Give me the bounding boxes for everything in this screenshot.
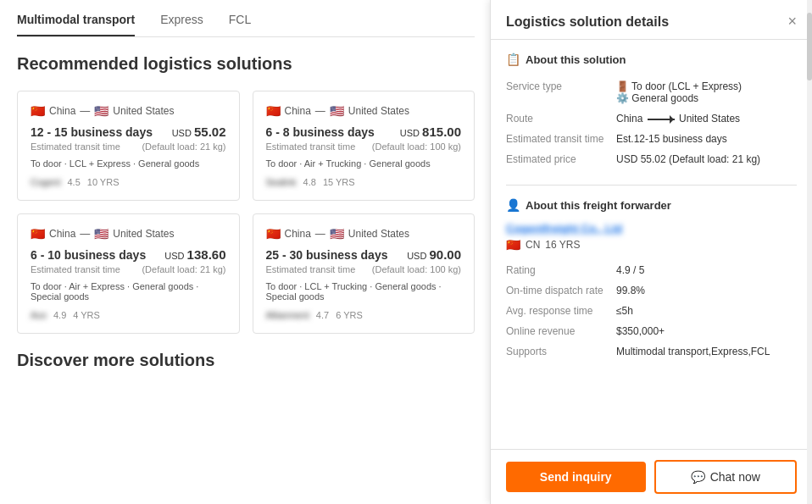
tab-express[interactable]: Express [160, 13, 203, 36]
tab-fcl[interactable]: FCL [229, 13, 251, 36]
route-arrow-line [648, 119, 675, 120]
card-1-from: China [49, 105, 75, 117]
card-1-company: Cogent [31, 177, 60, 187]
china-flag-icon: 🇨🇳 [31, 104, 45, 118]
scrollbar-thumb[interactable] [807, 13, 812, 80]
scrollbar-track [807, 0, 812, 504]
card-1-transit: Estimated transit time (Default load: 21… [31, 141, 226, 152]
card-2-company: Sealink [266, 177, 297, 187]
about-forwarder-header: 👤 About this freight forwarder [506, 198, 797, 212]
card-3-days: 6 - 10 business days [31, 248, 146, 262]
route-key: Route [506, 108, 616, 129]
forwarder-icon: 👤 [506, 198, 520, 212]
card-3-service: To door · Air + Express · General goods … [31, 281, 226, 302]
card-3-footer: Ace 4.9 4 YRS [31, 310, 226, 320]
china-flag-3-icon: 🇨🇳 [31, 227, 45, 241]
card-1-rating: 4.5 [67, 177, 80, 187]
card-2-footer: Sealink 4.8 15 YRS [266, 177, 462, 187]
card-2-days: 6 - 8 business days [266, 125, 375, 139]
dispatch-row: On-time dispatch rate 99.8% [506, 280, 797, 301]
transit-time-row: Estimated transit time Est.12-15 busines… [506, 129, 797, 149]
revenue-row: Online revenue $350,000+ [506, 321, 797, 341]
about-forwarder-label: About this freight forwarder [526, 199, 671, 212]
solution-icon: 📋 [506, 53, 520, 66]
main-content: Multimodal transport Express FCL Recomme… [0, 0, 492, 504]
card-2-yrs: 15 YRS [323, 177, 355, 187]
card-4-price-row: 25 - 30 business days USD 90.00 [266, 247, 462, 262]
card-1-service: To door · LCL + Express · General goods [31, 158, 226, 169]
us-flag-2-icon: 🇺🇸 [330, 104, 344, 118]
cn-flag-icon: 🇨🇳 [506, 238, 520, 252]
card-4-days: 25 - 30 business days [266, 248, 388, 262]
card-2-from: China [285, 105, 311, 117]
card-2-to: United States [348, 105, 409, 117]
card-4-company: Allianment [266, 310, 309, 320]
us-flag-4-icon: 🇺🇸 [330, 227, 344, 241]
about-solution-header: 📋 About this solution [506, 53, 797, 66]
card-3-transit: Estimated transit time (Default load: 21… [31, 264, 226, 274]
route-row: Route China United States [506, 108, 797, 129]
card-1-to: United States [113, 105, 174, 117]
card-4-from: China [285, 228, 311, 240]
cards-grid: 🇨🇳 China — 🇺🇸 United States 12 - 15 busi… [17, 91, 475, 334]
card-3-to: United States [113, 228, 174, 240]
supports-row: Supports Multimodal transport,Express,FC… [506, 341, 797, 362]
card-3-route: 🇨🇳 China — 🇺🇸 United States [31, 227, 226, 241]
dispatch-key: On-time dispatch rate [506, 280, 616, 301]
card-2-transit: Estimated transit time (Default load: 10… [266, 141, 462, 152]
chat-label: Chat now [710, 470, 760, 484]
rating-row: Rating 4.9 / 5 [506, 260, 797, 280]
close-button[interactable]: × [787, 13, 797, 30]
discover-title: Discover more solutions [17, 351, 475, 370]
card-2-service: To door · Air + Trucking · General goods [266, 158, 462, 169]
solution-info-table: Service type 🚪 To door (LCL + Express) ⚙… [506, 76, 797, 169]
est-price-value: USD 55.02 (Default load: 21 kg) [616, 149, 797, 169]
logistics-card-3[interactable]: 🇨🇳 China — 🇺🇸 United States 6 - 10 busin… [17, 213, 240, 334]
card-2-rating: 4.8 [303, 177, 316, 187]
forwarder-info-table: Rating 4.9 / 5 On-time dispatch rate 99.… [506, 260, 797, 362]
us-flag-icon: 🇺🇸 [94, 104, 108, 118]
card-4-route: 🇨🇳 China — 🇺🇸 United States [266, 227, 462, 241]
about-solution-label: About this solution [526, 53, 626, 66]
est-price-row: Estimated price USD 55.02 (Default load:… [506, 149, 797, 169]
panel-divider [506, 185, 797, 186]
send-inquiry-button[interactable]: Send inquiry [506, 462, 646, 492]
card-4-to: United States [348, 228, 409, 240]
us-flag-3-icon: 🇺🇸 [94, 227, 108, 241]
card-1-route: 🇨🇳 China — 🇺🇸 United States [31, 104, 226, 118]
card-4-footer: Allianment 4.7 6 YRS [266, 310, 462, 320]
card-1-price: USD 55.02 [172, 125, 226, 139]
card-2-price: USD 815.00 [400, 125, 461, 139]
response-value: ≤5h [616, 301, 797, 321]
panel-header: Logistics solution details × [491, 0, 812, 40]
card-3-from: China [49, 228, 75, 240]
panel-body: 📋 About this solution Service type 🚪 To … [491, 40, 812, 449]
service-type-row: Service type 🚪 To door (LCL + Express) ⚙… [506, 76, 797, 108]
supports-key: Supports [506, 341, 616, 362]
panel-title: Logistics solution details [506, 14, 669, 30]
chat-icon: 💬 [691, 470, 705, 484]
card-1-yrs: 10 YRS [87, 177, 120, 187]
card-4-service: To door · LCL + Trucking · General goods… [266, 281, 462, 302]
panel-footer: Send inquiry 💬 Chat now [491, 449, 812, 504]
card-3-price-row: 6 - 10 business days USD 138.60 [31, 247, 226, 262]
route-arrow-head [670, 115, 678, 124]
logistics-card-1[interactable]: 🇨🇳 China — 🇺🇸 United States 12 - 15 busi… [17, 91, 240, 201]
forwarder-meta: 🇨🇳 CN 16 YRS [506, 238, 797, 252]
card-3-rating: 4.9 [53, 310, 66, 320]
logistics-card-2[interactable]: 🇨🇳 China — 🇺🇸 United States 6 - 8 busine… [253, 91, 476, 201]
logistics-detail-panel: Logistics solution details × 📋 About thi… [490, 0, 812, 504]
revenue-key: Online revenue [506, 321, 616, 341]
service-type-key: Service type [506, 76, 616, 108]
revenue-value: $350,000+ [616, 321, 797, 341]
transit-time-value: Est.12-15 business days [616, 129, 797, 149]
tab-multimodal[interactable]: Multimodal transport [17, 13, 135, 36]
logistics-card-4[interactable]: 🇨🇳 China — 🇺🇸 United States 25 - 30 busi… [253, 213, 476, 334]
forwarder-name[interactable]: Cogentfreight Co., Ltd [506, 222, 797, 235]
card-4-rating: 4.7 [316, 310, 329, 320]
card-3-company: Ace [31, 310, 47, 320]
chat-now-button[interactable]: 💬 Chat now [654, 460, 798, 494]
card-3-yrs: 4 YRS [73, 310, 100, 320]
route-value: China United States [616, 108, 797, 129]
card-3-price: USD 138.60 [164, 247, 225, 262]
